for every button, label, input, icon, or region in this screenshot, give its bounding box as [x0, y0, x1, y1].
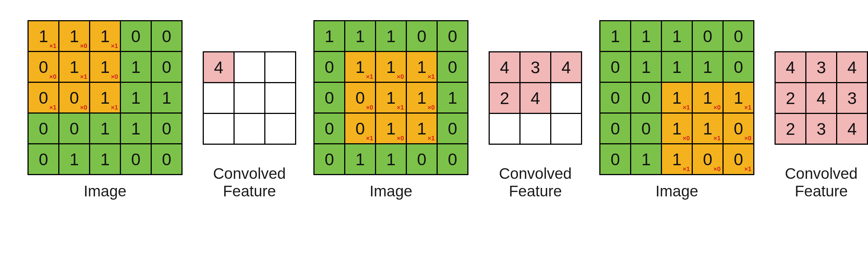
- image-cell-highlighted: 11: [90, 82, 121, 113]
- kernel-weight-subscript: 1: [428, 73, 435, 81]
- output-cell-value: 2: [500, 89, 510, 108]
- convolved-feature-grid: 43424: [489, 51, 582, 145]
- image-cell-value: 1: [356, 58, 365, 77]
- image-cell: 0: [28, 113, 59, 144]
- image-cell-highlighted: 11: [345, 52, 376, 82]
- image-cell: 0: [314, 113, 345, 144]
- kernel-weight-subscript: 0: [397, 135, 404, 142]
- image-cell-value: 1: [417, 119, 427, 138]
- image-cell-highlighted: 11: [28, 21, 59, 52]
- output-cell-filled: 4: [775, 52, 806, 83]
- kernel-weight-subscript: 0: [714, 166, 721, 173]
- output-cell-filled: 2: [775, 83, 806, 114]
- input-image-grid: 1110001110110000111010011011001100: [313, 20, 468, 175]
- output-cell-value: 4: [214, 58, 224, 77]
- output-cell-filled: 2: [775, 114, 806, 144]
- image-cell-value: 1: [39, 27, 48, 46]
- output-cell-filled: 4: [203, 52, 234, 83]
- image-cell-value: 0: [39, 88, 48, 107]
- kernel-weight-subscript: 1: [428, 135, 435, 142]
- output-cell-empty: [551, 83, 582, 114]
- output-cell-filled: 4: [806, 83, 837, 114]
- image-cell-value: 1: [70, 27, 79, 46]
- image-cell: 0: [151, 52, 182, 82]
- image-cell-value: 1: [70, 58, 79, 77]
- image-cell: 1: [314, 21, 345, 52]
- image-cell-value: 1: [703, 58, 713, 77]
- image-cell: 0: [151, 21, 182, 52]
- output-cell-filled: 3: [520, 52, 551, 83]
- output-cell-empty: [520, 114, 551, 144]
- image-cell-value: 0: [611, 119, 620, 138]
- kernel-weight-subscript: 0: [49, 73, 56, 81]
- image-cell-value: 0: [448, 150, 457, 169]
- image-cell-value: 1: [703, 88, 713, 107]
- image-cell-highlighted: 00: [28, 52, 59, 82]
- output-cell-value: 4: [562, 58, 571, 77]
- output-cell-empty: [234, 114, 265, 144]
- image-cell: 1: [662, 52, 692, 82]
- output-cell-value: 4: [531, 89, 540, 108]
- caption-convolved-feature: Convolved Feature: [785, 165, 857, 200]
- image-cell-value: 1: [386, 88, 396, 107]
- image-cell: 0: [314, 52, 345, 82]
- output-cell-filled: 3: [806, 114, 837, 144]
- image-cell-value: 1: [386, 27, 396, 46]
- image-cell-value: 1: [672, 150, 682, 169]
- image-cell-value: 0: [162, 58, 172, 77]
- image-cell: 1: [437, 82, 468, 113]
- image-cell-value: 1: [70, 150, 79, 169]
- image-cell-value: 0: [417, 27, 427, 46]
- kernel-weight-subscript: 0: [366, 104, 373, 111]
- image-block: 1110001110001110110010110001110001Image: [599, 20, 754, 200]
- image-cell-value: 1: [672, 27, 682, 46]
- image-cell: 1: [345, 144, 376, 175]
- image-cell-highlighted: 10: [376, 113, 407, 144]
- kernel-weight-subscript: 1: [111, 42, 118, 50]
- output-cell-empty: [234, 52, 265, 83]
- image-cell: 0: [314, 144, 345, 175]
- convolved-feature-block: 43424Convolved Feature: [489, 51, 582, 200]
- image-cell-highlighted: 11: [407, 113, 437, 144]
- image-cell-value: 1: [131, 88, 141, 107]
- image-cell-highlighted: 11: [376, 82, 407, 113]
- image-cell-value: 0: [734, 119, 743, 138]
- image-cell-value: 1: [641, 27, 651, 46]
- image-cell-value: 0: [39, 150, 48, 169]
- image-cell-value: 0: [611, 58, 620, 77]
- convolved-feature-block: 434243234Convolved Feature: [775, 51, 868, 200]
- image-cell-value: 0: [734, 150, 743, 169]
- output-cell-empty: [265, 52, 296, 83]
- kernel-weight-subscript: 1: [683, 166, 690, 173]
- image-cell-value: 0: [70, 88, 79, 107]
- kernel-weight-subscript: 0: [80, 42, 87, 50]
- caption-image: Image: [84, 182, 126, 200]
- image-cell: 0: [121, 144, 151, 175]
- image-cell: 1: [345, 21, 376, 52]
- image-cell-value: 0: [325, 58, 334, 77]
- image-cell-value: 1: [386, 58, 396, 77]
- image-cell-value: 1: [162, 88, 172, 107]
- image-cell-highlighted: 11: [723, 82, 754, 113]
- image-cell-highlighted: 11: [59, 52, 90, 82]
- output-cell-value: 4: [817, 89, 826, 108]
- image-cell: 1: [90, 144, 121, 175]
- kernel-weight-subscript: 1: [80, 73, 87, 81]
- image-cell-highlighted: 11: [692, 113, 723, 144]
- kernel-weight-subscript: 0: [744, 135, 751, 142]
- output-cell-value: 4: [847, 119, 857, 138]
- kernel-weight-subscript: 0: [397, 73, 404, 81]
- image-cell-highlighted: 01: [723, 144, 754, 175]
- kernel-weight-subscript: 0: [111, 73, 118, 81]
- image-cell: 0: [600, 52, 631, 82]
- image-cell: 0: [437, 21, 468, 52]
- kernel-weight-subscript: 0: [80, 104, 87, 111]
- image-cell-value: 0: [162, 119, 172, 138]
- image-cell-value: 0: [611, 150, 620, 169]
- output-cell-value: 4: [500, 58, 510, 77]
- output-cell-value: 4: [847, 58, 857, 77]
- image-cell-value: 0: [448, 119, 457, 138]
- kernel-weight-subscript: 0: [428, 104, 435, 111]
- image-cell: 1: [90, 113, 121, 144]
- image-cell-value: 1: [672, 58, 682, 77]
